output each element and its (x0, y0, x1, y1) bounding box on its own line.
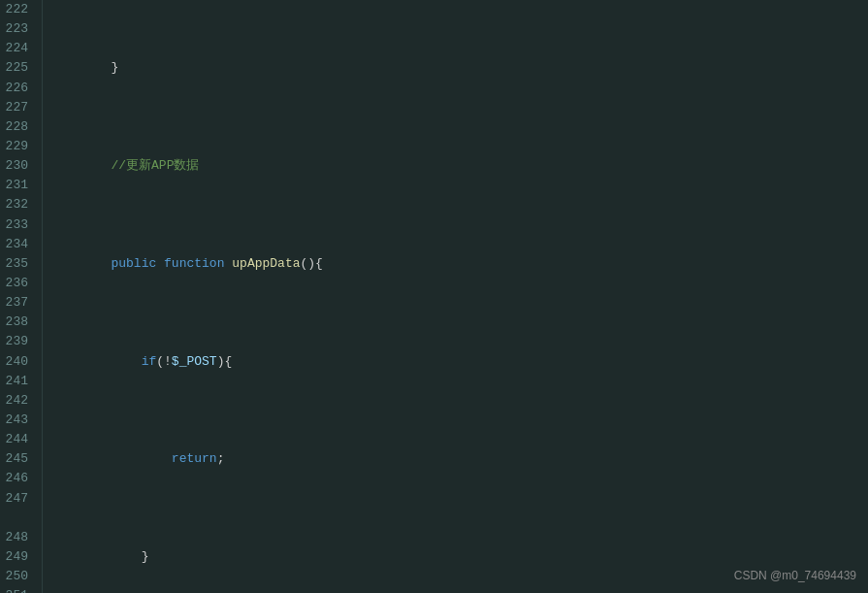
watermark: CSDN @m0_74694439 (734, 567, 856, 585)
code-line-224: public function upAppData(){ (50, 254, 868, 274)
code-line-222: } (50, 58, 868, 78)
code-line-223: //更新APP数据 (50, 156, 868, 176)
code-editor: 222 223 224 225 226 227 228 229 230 231 … (0, 0, 868, 593)
code-line-227: } (50, 547, 868, 567)
code-area: } //更新APP数据 public function upAppData(){… (43, 0, 868, 593)
line-numbers: 222 223 224 225 226 227 228 229 230 231 … (0, 0, 43, 593)
code-line-226: return; (50, 449, 868, 469)
code-line-225: if(!$_POST){ (50, 352, 868, 372)
